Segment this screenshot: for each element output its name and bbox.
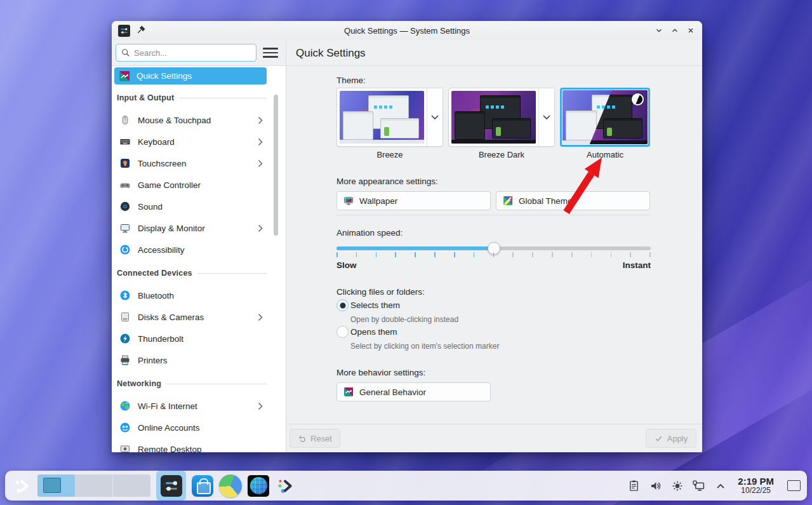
global-theme-icon <box>503 196 513 206</box>
sidebar-item-display-monitor[interactable]: Display & Monitor <box>114 217 267 239</box>
theme-name-automatic: Automatic <box>560 150 650 159</box>
global-theme-button[interactable]: Global Theme <box>496 191 650 210</box>
search-icon <box>121 48 130 57</box>
sidebar-item-game-controller[interactable]: Game Controller <box>114 174 267 196</box>
display-icon <box>119 222 131 234</box>
menu-button[interactable] <box>263 46 278 60</box>
chevron-down-icon <box>543 115 550 120</box>
minimize-button[interactable] <box>654 25 664 36</box>
breeze-variant-dropdown[interactable] <box>427 88 443 146</box>
globe-earth-icon <box>119 400 131 412</box>
sidebar-item-bluetooth[interactable]: Bluetooth <box>114 285 267 306</box>
selects-them-label: Selects them <box>350 300 400 310</box>
search-input[interactable] <box>134 48 251 58</box>
breeze-preview <box>340 91 424 144</box>
wallpaper-button[interactable]: Wallpaper <box>336 191 491 210</box>
printer-icon <box>119 354 131 366</box>
close-button[interactable] <box>686 25 696 36</box>
sidebar-item-printers[interactable]: Printers <box>114 349 267 371</box>
desktop-1-window <box>43 478 61 493</box>
discover-app-icon[interactable] <box>192 475 213 497</box>
theme-option-breeze-dark[interactable] <box>448 88 555 147</box>
sidebar-item-disks-cameras[interactable]: Disks & Cameras <box>114 306 267 328</box>
filelight-app-icon[interactable] <box>219 475 242 497</box>
desktop-2[interactable] <box>76 475 114 497</box>
dev-launcher-icon[interactable] <box>275 476 295 496</box>
pin-icon[interactable] <box>136 25 146 37</box>
system-settings-task-icon <box>161 475 182 497</box>
chevron-down-icon <box>431 115 439 120</box>
appearance-settings-label: More appearance settings: <box>336 177 438 186</box>
apply-button[interactable]: Apply <box>646 429 696 448</box>
radio-selects-them[interactable] <box>336 299 349 311</box>
sidebar-item-remote-desktop[interactable]: Remote Desktop <box>114 438 267 452</box>
general-behavior-icon <box>343 387 354 397</box>
sidebar-item-online-accounts[interactable]: Online Accounts <box>114 417 267 438</box>
maximize-button[interactable] <box>670 25 680 36</box>
theme-option-breeze[interactable] <box>336 88 443 147</box>
opens-them-description: Select by clicking on item's selection m… <box>350 342 499 351</box>
sidebar-section-input-output: Input & Output <box>114 86 267 109</box>
digital-clock[interactable]: 2:19 PM 10/22/25 <box>735 476 776 495</box>
check-icon <box>655 434 663 443</box>
automatic-preview <box>562 90 648 144</box>
animation-speed-label: Animation speed: <box>336 228 403 238</box>
thunderbolt-icon <box>119 333 131 344</box>
sidebar-item-mouse-touchpad[interactable]: Mouse & Touchpad <box>114 109 267 131</box>
sidebar-item-wifi-internet[interactable]: Wi-Fi & Internet <box>114 395 267 417</box>
show-desktop-button[interactable] <box>787 480 801 491</box>
sound-icon <box>119 201 131 212</box>
theme-name-breeze: Breeze <box>336 150 443 159</box>
chevron-right-icon <box>258 402 263 410</box>
sidebar-item-quick-settings[interactable]: Quick Settings <box>114 67 267 84</box>
network-tray-icon[interactable] <box>692 479 705 492</box>
browser-app-icon[interactable] <box>248 475 269 497</box>
brightness-tray-icon[interactable] <box>670 479 684 492</box>
clock-date: 10/22/25 <box>738 487 774 495</box>
theme-option-automatic[interactable] <box>560 88 650 147</box>
taskbar-panel: 2:19 PM 10/22/25 <box>5 471 807 501</box>
animation-speed-slider[interactable] <box>336 246 651 250</box>
accessibility-icon <box>119 244 131 255</box>
desktop-3[interactable] <box>113 475 150 497</box>
sidebar-item-thunderbolt[interactable]: Thunderbolt <box>114 328 267 349</box>
volume-tray-icon[interactable] <box>649 479 662 492</box>
chevron-right-icon <box>258 138 263 146</box>
sidebar-item-label: Quick Settings <box>136 71 192 81</box>
sidebar-scrollbar[interactable] <box>274 95 278 236</box>
task-system-settings[interactable] <box>156 471 186 501</box>
breeze-dark-variant-dropdown[interactable] <box>538 88 554 146</box>
titlebar[interactable]: Quick Settings — System Settings <box>112 21 702 40</box>
theme-label: Theme: <box>336 76 366 85</box>
virtual-desktop-pager[interactable] <box>37 475 150 497</box>
light-dark-badge-icon <box>632 93 644 105</box>
bluetooth-icon <box>119 290 131 301</box>
app-launcher-icon[interactable] <box>11 476 32 496</box>
sidebar: Quick Settings Input & Output Mouse & To… <box>112 66 286 452</box>
clipboard-tray-icon[interactable] <box>627 479 641 492</box>
keyboard-icon <box>119 136 131 147</box>
touchscreen-icon <box>119 158 131 169</box>
remote-desktop-icon <box>119 443 131 452</box>
theme-name-breeze-dark: Breeze Dark <box>448 150 555 159</box>
general-behavior-button[interactable]: General Behavior <box>336 382 491 401</box>
mouse-icon <box>119 114 131 126</box>
breeze-dark-preview <box>451 91 536 144</box>
quick-settings-page: Theme: <box>286 66 702 424</box>
slider-ticks <box>336 252 651 257</box>
chevron-right-icon <box>258 159 263 168</box>
disk-icon <box>119 311 131 323</box>
sidebar-item-accessibility[interactable]: Accessibility <box>114 239 267 260</box>
footer-bar: Reset Apply <box>286 424 702 452</box>
sidebar-item-touchscreen[interactable]: Touchscreen <box>114 152 267 174</box>
section-separator <box>336 215 651 215</box>
radio-opens-them[interactable] <box>336 326 349 338</box>
expand-tray-icon[interactable] <box>714 479 727 492</box>
sidebar-item-keyboard[interactable]: Keyboard <box>114 131 267 152</box>
desktop-1[interactable] <box>37 475 76 497</box>
sidebar-item-sound[interactable]: Sound <box>114 196 267 217</box>
sidebar-section-networking: Networking <box>114 372 267 395</box>
header-toolbar: Quick Settings <box>112 40 702 66</box>
reset-button[interactable]: Reset <box>290 429 340 448</box>
search-field[interactable] <box>116 44 256 62</box>
